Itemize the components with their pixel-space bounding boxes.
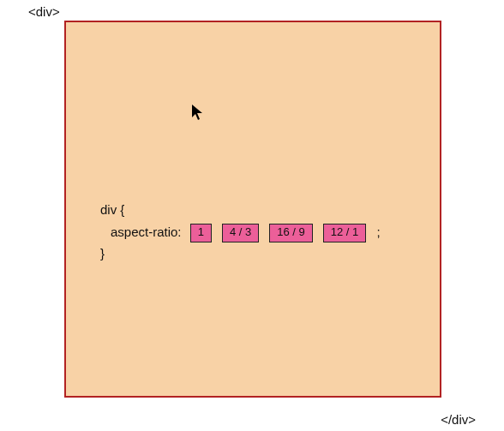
- aspect-ratio-option-16-9[interactable]: 16 / 9: [269, 224, 313, 242]
- close-tag-label: </div>: [441, 412, 476, 427]
- open-tag-label: <div>: [28, 4, 60, 19]
- code-property-line: aspect-ratio: 1 4 / 3 16 / 9 12 / 1 ;: [100, 221, 381, 243]
- css-code-block: div { aspect-ratio: 1 4 / 3 16 / 9 12 / …: [100, 199, 381, 265]
- semicolon: ;: [376, 224, 380, 239]
- stage: <div> div { aspect-ratio: 1 4 / 3 16 / 9…: [0, 0, 504, 431]
- code-close-brace: }: [100, 242, 381, 265]
- demo-box: div { aspect-ratio: 1 4 / 3 16 / 9 12 / …: [64, 21, 441, 398]
- aspect-ratio-option-1[interactable]: 1: [190, 224, 212, 242]
- property-name: aspect-ratio:: [111, 224, 182, 239]
- aspect-ratio-options: 1 4 / 3 16 / 9 12 / 1: [190, 224, 367, 242]
- code-selector-line: div {: [100, 199, 381, 221]
- aspect-ratio-option-12-1[interactable]: 12 / 1: [323, 224, 367, 242]
- aspect-ratio-option-4-3[interactable]: 4 / 3: [222, 224, 259, 242]
